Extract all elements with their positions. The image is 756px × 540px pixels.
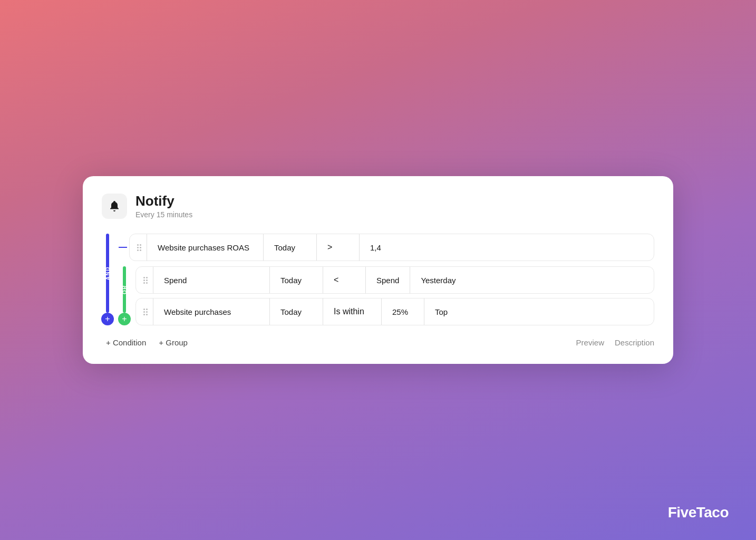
drag-handle-3[interactable]	[136, 308, 153, 315]
drag-dot	[143, 279, 145, 281]
drag-handle-1[interactable]	[130, 244, 147, 251]
condition-operator-2[interactable]: <	[323, 275, 365, 285]
condition-field-3[interactable]: Website purchases	[153, 307, 269, 316]
and-label: AND	[105, 266, 111, 280]
main-card: Notify Every 15 minutes AND +	[83, 176, 673, 364]
header: Notify Every 15 minutes	[102, 193, 654, 219]
add-condition-button[interactable]: + Condition	[102, 336, 150, 349]
conditions-area: AND + Website pur	[102, 234, 654, 325]
condition-time-3[interactable]: Today	[270, 307, 323, 316]
condition-value-2a[interactable]: Spend	[366, 276, 410, 285]
drag-dot	[143, 308, 145, 310]
drag-dot	[146, 311, 148, 313]
and-bar: AND	[106, 234, 109, 313]
drag-dot	[137, 249, 139, 251]
drag-dot	[140, 249, 141, 251]
or-bar: OR	[123, 266, 126, 313]
footer-left: + Condition + Group	[102, 336, 192, 349]
branding-logo: FiveTaco	[668, 504, 729, 521]
bell-icon	[108, 200, 121, 213]
drag-dot	[137, 244, 139, 246]
drag-dot	[146, 282, 148, 284]
or-bar-column: OR +	[119, 266, 130, 325]
page-subtitle: Every 15 minutes	[135, 210, 192, 219]
drag-dot	[143, 311, 145, 313]
add-or-button[interactable]: +	[118, 313, 131, 325]
drag-dot	[143, 314, 145, 315]
drag-dot	[146, 308, 148, 310]
drag-dot	[143, 277, 145, 278]
and-bar-column: AND +	[102, 234, 113, 325]
add-group-button[interactable]: + Group	[154, 336, 192, 349]
condition-value-3a[interactable]: 25%	[382, 307, 424, 316]
drag-dot	[137, 247, 139, 248]
footer-right: Preview Description	[576, 338, 654, 347]
or-label: OR	[122, 285, 128, 294]
condition-operator-1[interactable]: >	[317, 243, 359, 252]
drag-dot	[143, 282, 145, 284]
add-and-button[interactable]: +	[101, 313, 114, 325]
drag-dot	[146, 277, 148, 278]
or-group: OR +	[119, 266, 654, 325]
drag-dot	[140, 244, 141, 246]
drag-dot	[146, 314, 148, 315]
condition-field-2[interactable]: Spend	[153, 276, 269, 285]
blue-dash-1	[119, 247, 127, 248]
condition-pill-3: Website purchases Today Is within 25% To…	[135, 298, 654, 325]
condition-value-3b[interactable]: Top	[424, 307, 458, 316]
drag-dot	[146, 279, 148, 281]
condition-operator-3[interactable]: Is within	[323, 307, 381, 316]
condition-row-1: Website purchases ROAS Today > 1,4	[119, 234, 654, 261]
right-column: Website purchases ROAS Today > 1,4 OR +	[119, 234, 654, 325]
condition-value-2b[interactable]: Yesterday	[410, 276, 466, 285]
page-title: Notify	[135, 193, 192, 209]
footer: + Condition + Group Preview Description	[102, 336, 654, 349]
condition-time-2[interactable]: Today	[270, 276, 323, 285]
drag-handle-2[interactable]	[136, 277, 153, 284]
description-button[interactable]: Description	[615, 338, 654, 347]
or-conditions: Spend Today < Spend Yesterday	[135, 266, 654, 325]
drag-dot	[140, 247, 141, 248]
header-text: Notify Every 15 minutes	[135, 193, 192, 219]
condition-time-1[interactable]: Today	[264, 243, 316, 252]
condition-pill-1: Website purchases ROAS Today > 1,4	[129, 234, 654, 261]
bell-icon-wrapper	[102, 194, 127, 219]
condition-field-1[interactable]: Website purchases ROAS	[147, 243, 263, 252]
condition-value-1[interactable]: 1,4	[360, 243, 402, 252]
preview-button[interactable]: Preview	[576, 338, 604, 347]
condition-pill-2: Spend Today < Spend Yesterday	[135, 266, 654, 294]
